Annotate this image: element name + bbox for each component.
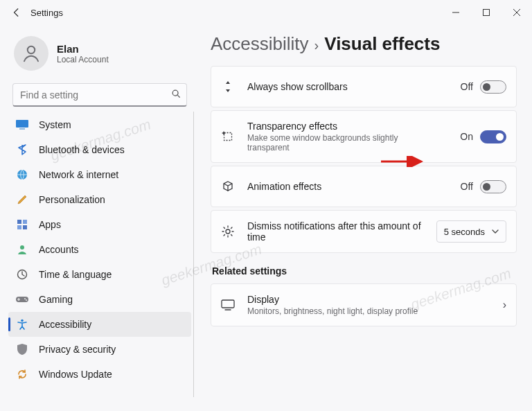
svg-rect-7: [23, 220, 27, 224]
sidebar-item-label: Personalization: [39, 194, 105, 205]
related-heading: Related settings: [212, 265, 517, 277]
svg-point-10: [20, 245, 24, 250]
setting-title: Animation effects: [247, 181, 461, 192]
setting-desc: Make some window backgrounds slightly tr…: [247, 133, 427, 152]
title-bar: Settings: [0, 0, 532, 25]
window-title: Settings: [30, 8, 63, 18]
monitor-icon: [15, 118, 29, 132]
display-icon: [221, 298, 235, 312]
sidebar-item-privacy[interactable]: Privacy & security: [8, 337, 191, 362]
svg-rect-9: [23, 225, 27, 229]
sidebar-item-label: Network & internet: [39, 169, 118, 180]
dismiss-time-dropdown[interactable]: 5 seconds: [436, 220, 506, 243]
svg-point-14: [26, 299, 27, 301]
sidebar-item-update[interactable]: Windows Update: [8, 362, 191, 387]
toggle-label: Off: [461, 81, 473, 92]
related-display[interactable]: Display Monitors, brightness, night ligh…: [211, 283, 517, 326]
sidebar-item-label: Windows Update: [39, 369, 112, 380]
breadcrumb: Accessibility › Visual effects: [211, 33, 517, 55]
cube-icon: [221, 180, 235, 193]
avatar: [14, 36, 48, 71]
update-icon: [15, 367, 29, 381]
chevron-down-icon: [492, 227, 499, 237]
sidebar-item-accounts[interactable]: Accounts: [8, 237, 191, 262]
user-block[interactable]: Elan Local Account: [8, 30, 191, 80]
search-box[interactable]: [12, 83, 187, 107]
svg-rect-18: [222, 300, 234, 308]
svg-rect-0: [484, 10, 490, 16]
paintbrush-icon: [15, 193, 29, 207]
close-button[interactable]: [502, 1, 532, 24]
user-name: Elan: [57, 43, 109, 55]
svg-point-13: [24, 298, 26, 299]
user-role: Local Account: [57, 55, 109, 64]
chevron-right-icon: ›: [314, 37, 319, 53]
sidebar-item-label: Privacy & security: [39, 344, 116, 355]
svg-rect-8: [17, 225, 21, 229]
toggle-animation[interactable]: [480, 180, 506, 193]
minimize-button[interactable]: [441, 1, 471, 24]
main-pane: Accessibility › Visual effects Always sh…: [194, 25, 532, 411]
sidebar-item-system[interactable]: System: [8, 112, 191, 137]
related-title: Display: [247, 294, 503, 305]
setting-transparency[interactable]: Transparency effects Make some window ba…: [211, 110, 517, 163]
svg-point-1: [28, 46, 35, 54]
setting-animation[interactable]: Animation effects Off: [211, 166, 517, 207]
maximize-button[interactable]: [471, 1, 502, 24]
sidebar-item-gaming[interactable]: Gaming: [8, 287, 191, 312]
setting-title: Transparency effects: [247, 121, 460, 132]
sidebar-item-label: Bluetooth & devices: [39, 144, 125, 155]
toggle-label: On: [460, 131, 473, 142]
toggle-transparency[interactable]: [480, 130, 506, 143]
svg-rect-6: [17, 220, 21, 224]
brightness-icon: [221, 225, 235, 238]
sidebar-item-accessibility[interactable]: Accessibility: [8, 312, 191, 337]
clock-icon: [15, 268, 29, 281]
sidebar-item-label: Apps: [39, 219, 61, 230]
toggle-label: Off: [461, 181, 473, 192]
nav-list: System Bluetooth & devices Network & int…: [8, 112, 191, 387]
shield-icon: [15, 342, 29, 356]
dropdown-value: 5 seconds: [444, 227, 485, 237]
sidebar-item-label: System: [39, 119, 71, 130]
setting-title: Dismiss notifications after this amount …: [247, 220, 436, 243]
sidebar-item-bluetooth[interactable]: Bluetooth & devices: [8, 137, 191, 162]
breadcrumb-parent[interactable]: Accessibility: [211, 33, 309, 55]
bluetooth-icon: [15, 143, 29, 157]
sidebar-item-apps[interactable]: Apps: [8, 212, 191, 237]
svg-rect-4: [19, 128, 25, 130]
sidebar-item-label: Gaming: [39, 294, 73, 305]
setting-scrollbars[interactable]: Always show scrollbars Off: [211, 66, 517, 107]
sidebar-item-label: Time & language: [39, 269, 112, 280]
search-input[interactable]: [19, 89, 171, 101]
gamepad-icon: [15, 292, 29, 306]
toggle-scrollbars[interactable]: [480, 80, 506, 94]
sidebar: Elan Local Account System Bluetooth & de…: [0, 25, 194, 411]
related-desc: Monitors, brightness, night light, displ…: [247, 306, 503, 316]
sidebar-item-label: Accounts: [39, 244, 79, 255]
setting-title: Always show scrollbars: [247, 81, 461, 92]
chevron-right-icon: ›: [503, 299, 506, 311]
sidebar-item-personalization[interactable]: Personalization: [8, 187, 191, 212]
svg-point-15: [21, 320, 24, 322]
globe-icon: [15, 168, 29, 182]
setting-dismiss-time[interactable]: Dismiss notifications after this amount …: [211, 210, 517, 253]
window-controls: [441, 1, 532, 24]
svg-rect-3: [16, 120, 28, 128]
person-icon: [15, 243, 29, 256]
page-title: Visual effects: [324, 33, 440, 55]
sparkle-frame-icon: [221, 130, 235, 143]
updown-arrows-icon: [221, 80, 235, 94]
svg-rect-16: [224, 133, 232, 141]
sidebar-item-network[interactable]: Network & internet: [8, 162, 191, 187]
sidebar-item-time[interactable]: Time & language: [8, 262, 191, 287]
search-icon: [171, 89, 181, 101]
sidebar-item-label: Accessibility: [39, 319, 91, 330]
accessibility-icon: [15, 317, 29, 331]
back-button[interactable]: [6, 1, 28, 24]
svg-point-17: [226, 229, 230, 234]
svg-point-2: [172, 90, 178, 96]
grid-icon: [15, 218, 29, 231]
